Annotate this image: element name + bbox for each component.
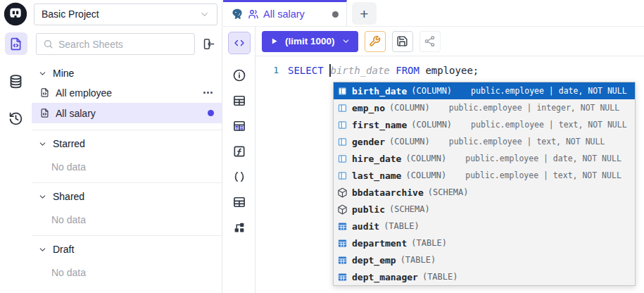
chevron-down-icon <box>38 192 47 201</box>
suggest-name: hire_date <box>352 154 401 164</box>
run-query-button[interactable]: (limit 1000) <box>262 31 358 52</box>
suggest-kind: (COLUMN) <box>389 137 430 146</box>
schema-diagram-panel-button[interactable] <box>227 215 251 240</box>
section-header-starred[interactable]: Starred <box>32 135 222 153</box>
suggest-name: first_name <box>352 120 407 130</box>
database-icon <box>8 74 23 89</box>
code-token-ghost: birth_date <box>331 65 396 76</box>
suggest-kind: (COLUMN) <box>405 154 446 163</box>
save-button[interactable] <box>392 31 413 52</box>
schema-flow-icon <box>233 221 246 234</box>
suggest-name: last_name <box>352 170 401 181</box>
sql-editor-surface[interactable]: 1 SELECT birth_date FROM employee; birth… <box>255 56 644 293</box>
sheet-item-all-employee[interactable]: All employee <box>32 82 222 103</box>
column-icon <box>337 137 348 147</box>
suggest-detail: public.employee | date, NOT NULL <box>471 86 627 96</box>
tab-all-salary[interactable]: All salary <box>223 0 347 26</box>
code-line: 1 SELECT birth_date FROM employee; <box>255 63 479 77</box>
search-icon <box>43 39 53 49</box>
suggest-item-first_name[interactable]: first_name(COLUMN)public.employee | text… <box>334 116 635 133</box>
run-label: (limit 1000) <box>285 36 335 46</box>
line-number: 1 <box>255 65 279 75</box>
function-panel-button[interactable] <box>227 139 251 164</box>
editor-panel: All salary + (limit 1000) 1 <box>223 0 644 293</box>
suggest-name: emp_no <box>352 103 385 113</box>
column-icon <box>337 154 348 164</box>
suggest-kind: (COLUMN) <box>411 120 452 130</box>
run-options-chevron-icon[interactable] <box>341 37 351 46</box>
new-tab-button[interactable]: + <box>352 2 377 25</box>
app-logo-icon[interactable] <box>4 2 27 26</box>
section-label: Mine <box>53 68 74 79</box>
suggest-item-public[interactable]: public(SCHEMA) <box>334 201 635 218</box>
suggest-name: public <box>352 204 385 215</box>
empty-placeholder: No data <box>32 263 222 282</box>
editor-toolbar: (limit 1000) <box>255 27 644 56</box>
suggest-kind: (COLUMN) <box>411 86 452 96</box>
tree-section-starred: StarredNo data <box>32 130 222 183</box>
search-input[interactable] <box>58 39 188 50</box>
empty-placeholder: No data <box>32 157 222 176</box>
nav-databases-button[interactable] <box>5 70 27 92</box>
import-sheet-button[interactable] <box>202 37 215 51</box>
grid-table-icon <box>232 195 246 209</box>
tab-bar: All salary + <box>223 0 644 27</box>
suggest-name: audit <box>352 221 379 232</box>
tables-panel-button[interactable] <box>227 189 251 215</box>
sample-data-panel-button[interactable] <box>227 113 251 139</box>
section-header-mine[interactable]: Mine <box>32 64 222 82</box>
suggest-item-gender[interactable]: gender(COLUMN)public.employee | text, NO… <box>334 133 635 150</box>
suggest-detail: public.employee | text, NOT NULL <box>471 120 627 130</box>
tree-section-draft: DraftNo data <box>32 236 222 288</box>
grid-table-icon <box>232 94 246 108</box>
parentheses-icon <box>232 170 246 184</box>
sheet-item-label: All employee <box>56 87 112 99</box>
suggest-item-bbdataarchive[interactable]: bbdataarchive(SCHEMA) <box>334 184 635 201</box>
table-icon <box>337 255 348 266</box>
more-options-icon[interactable] <box>202 87 214 99</box>
postgres-icon <box>231 8 244 20</box>
suggest-kind: (TABLE) <box>411 238 447 248</box>
people-icon <box>248 8 259 20</box>
suggest-name: bbdataarchive <box>352 187 424 198</box>
suggest-detail: public.employee | integer, NOT NULL <box>449 103 619 113</box>
suggest-item-hire_date[interactable]: hire_date(COLUMN)public.employee | date,… <box>334 150 635 167</box>
table-panel-button[interactable] <box>227 88 251 113</box>
history-icon <box>8 111 23 126</box>
suggest-item-audit[interactable]: audit(TABLE) <box>334 218 635 235</box>
info-panel-button[interactable] <box>227 63 251 88</box>
section-header-shared[interactable]: Shared <box>32 187 222 206</box>
suggest-kind: (SCHEMA) <box>428 187 469 197</box>
section-label: Starred <box>53 138 85 149</box>
suggest-name: birth_date <box>352 86 407 96</box>
brackets-panel-button[interactable] <box>227 164 251 189</box>
suggest-item-last_name[interactable]: last_name(COLUMN)public.employee | text,… <box>334 167 635 184</box>
suggest-item-department[interactable]: department(TABLE) <box>334 235 635 251</box>
nav-history-button[interactable] <box>5 107 27 130</box>
sheet-code-icon <box>39 108 50 118</box>
suggest-item-dept_emp[interactable]: dept_emp(TABLE) <box>334 251 635 268</box>
chevron-down-icon <box>199 9 210 20</box>
share-button[interactable] <box>419 31 441 52</box>
info-icon <box>232 68 246 82</box>
nav-sheets-button[interactable] <box>5 32 27 55</box>
project-select[interactable]: Basic Project <box>34 4 217 25</box>
suggest-item-dept_manager[interactable]: dept_manager(TABLE) <box>334 268 635 285</box>
suggest-detail: public.employee | text, NOT NULL <box>449 137 605 146</box>
suggest-kind: (TABLE) <box>400 255 436 265</box>
suggest-item-birth_date[interactable]: birth_date(COLUMN)public.employee | date… <box>334 82 635 99</box>
sheet-panel: MineAll employeeAll salaryStarredNo data… <box>32 28 222 293</box>
tab-label: All salary <box>263 8 305 20</box>
sheet-code-icon <box>8 37 23 51</box>
tree-section-mine: MineAll employeeAll salary <box>32 60 222 130</box>
code-panel-button[interactable] <box>228 32 251 54</box>
column-icon <box>337 86 348 96</box>
suggest-item-emp_no[interactable]: emp_no(COLUMN)public.employee | integer,… <box>334 99 635 116</box>
format-sql-button[interactable] <box>365 31 386 52</box>
autocomplete-dropdown: birth_date(COLUMN)public.employee | date… <box>333 82 636 286</box>
nav-rail <box>0 28 32 293</box>
sheet-item-all-salary[interactable]: All salary <box>32 103 222 123</box>
suggest-kind: (TABLE) <box>384 221 419 231</box>
section-header-draft[interactable]: Draft <box>32 240 222 258</box>
table-icon <box>337 272 348 282</box>
